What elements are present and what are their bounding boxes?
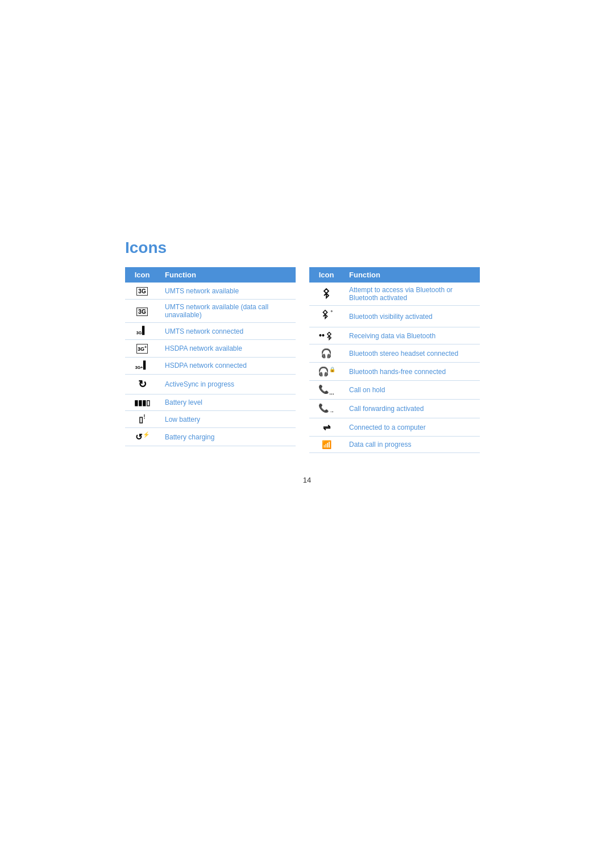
function-cell: Call forwarding activated (343, 400, 480, 418)
tables-container: Icon Function 3G UMTS network available … (125, 267, 489, 453)
function-cell: Bluetooth visibility activated (343, 306, 480, 327)
function-cell: Bluetooth stereo headset connected (343, 344, 480, 363)
right-col-icon-header: Icon (309, 267, 343, 283)
icon-cell: 📶 (309, 437, 343, 453)
function-cell: HSDPA network connected (159, 357, 296, 374)
table-row: 3G▍ UMTS network connected (125, 323, 296, 340)
function-cell: Data call in progress (343, 437, 480, 453)
left-col-function-header: Function (159, 267, 296, 283)
icon-cell: ⇌ (309, 418, 343, 437)
table-row: ▮▮▮▯ Battery level (125, 394, 296, 410)
table-row: ▯! Low battery (125, 410, 296, 428)
table-row: 🎧 Bluetooth stereo headset connected (309, 344, 480, 363)
icon-cell: ▯! (125, 410, 159, 428)
table-row: ↻ ActiveSync in progress (125, 374, 296, 394)
icon-cell: 📞… (309, 381, 343, 400)
icon-cell: 🎧🔒 (309, 363, 343, 381)
function-cell: Receiving data via Bluetooth (343, 327, 480, 344)
left-col-icon-header: Icon (125, 267, 159, 283)
icon-cell: ↻ (125, 374, 159, 394)
icon-cell: 📞→ (309, 400, 343, 418)
table-row: •• Receiving data via Bluetooth (309, 327, 480, 344)
section-title: Icons (125, 239, 489, 257)
function-cell: Attempt to access via Bluetooth or Bluet… (343, 283, 480, 306)
function-cell: UMTS network available (data call unavai… (159, 300, 296, 323)
icon-cell: ° (309, 306, 343, 327)
function-cell: UMTS network available (159, 283, 296, 300)
function-cell: Low battery (159, 410, 296, 428)
icon-cell: 3G (125, 283, 159, 300)
icon-cell: 🎧 (309, 344, 343, 363)
function-cell: Battery level (159, 394, 296, 410)
icon-cell: ↺⚡ (125, 428, 159, 446)
page-number: 14 (125, 476, 489, 484)
table-row: 🎧🔒 Bluetooth hands-free connected (309, 363, 480, 381)
table-row: 📞… Call on hold (309, 381, 480, 400)
function-cell: Battery charging (159, 428, 296, 446)
icon-cell: 3G (125, 300, 159, 323)
right-col-function-header: Function (343, 267, 480, 283)
function-cell: HSDPA network available (159, 340, 296, 358)
function-cell: UMTS network connected (159, 323, 296, 340)
icon-cell: 3G+▍ (125, 357, 159, 374)
icon-cell: ▮▮▮▯ (125, 394, 159, 410)
table-row: 📞→ Call forwarding activated (309, 400, 480, 418)
table-row: ⇌ Connected to a computer (309, 418, 480, 437)
icon-cell: •• (309, 327, 343, 344)
icon-cell (309, 283, 343, 306)
left-icon-table: Icon Function 3G UMTS network available … (125, 267, 296, 446)
function-cell: Bluetooth hands-free connected (343, 363, 480, 381)
table-row: 📶 Data call in progress (309, 437, 480, 453)
page-content: Icons Icon Function 3G UMTS network avai… (0, 0, 614, 598)
table-row: ↺⚡ Battery charging (125, 428, 296, 446)
table-row: 3G UMTS network available (data call una… (125, 300, 296, 323)
function-cell: Connected to a computer (343, 418, 480, 437)
function-cell: ActiveSync in progress (159, 374, 296, 394)
icon-cell: 3G▍ (125, 323, 159, 340)
icon-cell: 3G+ (125, 340, 159, 358)
table-row: Attempt to access via Bluetooth or Bluet… (309, 283, 480, 306)
table-row: 3G+ HSDPA network available (125, 340, 296, 358)
table-row: 3G UMTS network available (125, 283, 296, 300)
table-row: ° Bluetooth visibility activated (309, 306, 480, 327)
function-cell: Call on hold (343, 381, 480, 400)
right-icon-table: Icon Function Attempt to access via Blue… (309, 267, 480, 453)
table-row: 3G+▍ HSDPA network connected (125, 357, 296, 374)
